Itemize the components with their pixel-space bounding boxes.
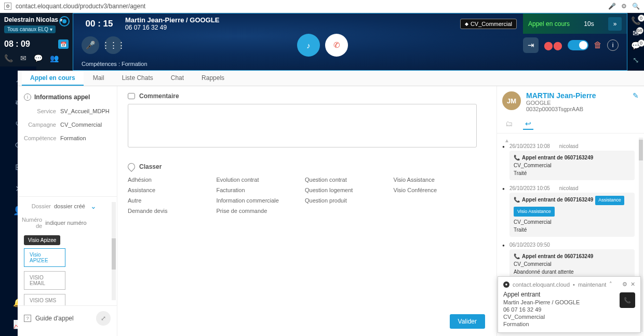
- tab-liste-chats[interactable]: Liste Chats: [114, 71, 162, 86]
- info-icon: i: [24, 93, 31, 101]
- toast-skill: Formation: [503, 321, 635, 327]
- browser-url-bar: ⚙ contact.eloquant.cloud/productv3/banne…: [0, 0, 644, 13]
- tab-rappels[interactable]: Rappels: [193, 71, 233, 86]
- contact-avatar: JM: [502, 91, 521, 110]
- hold-music-button[interactable]: ♪: [297, 34, 320, 57]
- contact-subtab-card[interactable]: 🗂: [503, 118, 515, 130]
- category-item[interactable]: Assistance: [128, 187, 211, 193]
- numero-input[interactable]: [45, 220, 117, 226]
- category-item[interactable]: Visio Assistance: [394, 177, 477, 183]
- guide-appel-row[interactable]: ? Guide d'appel ⤢: [18, 305, 117, 331]
- delete-recording-button[interactable]: 🗑: [594, 41, 602, 50]
- right-notification-rail: 📞0 ✉98 💬0 ⤡: [627, 13, 644, 71]
- visio-apizee-button[interactable]: Visio APIZEE: [24, 248, 65, 267]
- call-timer: 00 : 15: [73, 19, 125, 29]
- chat-channel-icon[interactable]: 💬0: [631, 41, 641, 50]
- comment-title: Commentaire: [139, 92, 179, 100]
- channels-pill[interactable]: Tous canaux ELQ: [4, 25, 56, 33]
- agent-user-block[interactable]: Delestrain Nicolas Tous canaux ELQ: [0, 13, 73, 36]
- banner-footer-skills: Compétences : Formation: [73, 59, 627, 70]
- comment-icon: [128, 93, 135, 99]
- classer-title: Classer: [139, 163, 162, 170]
- caller-name: Martin Jean-Pierre / GOOGLE: [125, 16, 219, 24]
- tab-chat[interactable]: Chat: [163, 71, 192, 86]
- contact-subtab-history[interactable]: ↩: [523, 118, 533, 130]
- category-item[interactable]: Adhésion: [128, 177, 211, 183]
- mail-status-icon[interactable]: ✉: [20, 54, 26, 62]
- info-competence-value: Formation: [60, 135, 86, 141]
- incoming-call-icon: 📞: [514, 253, 520, 259]
- contact-ref: 0032p00003TsgprAAB: [526, 106, 627, 112]
- category-item[interactable]: Demande devis: [128, 208, 211, 214]
- expand-icon[interactable]: ⤢: [96, 311, 111, 326]
- dossier-select[interactable]: dossier créé: [54, 202, 97, 210]
- extensions-icon[interactable]: ⚙: [621, 3, 627, 10]
- category-item[interactable]: Autre: [128, 197, 211, 204]
- site-settings-icon[interactable]: ⚙: [4, 3, 11, 10]
- dossier-scrollbar[interactable]: [112, 202, 116, 300]
- info-button[interactable]: i: [607, 39, 619, 51]
- question-icon: ?: [24, 315, 31, 322]
- category-item[interactable]: Facturation: [217, 187, 300, 193]
- timeline-item[interactable]: 26/10/2023 10:08nicolasd 📞Appel entrant …: [502, 143, 642, 180]
- tab-mail[interactable]: Mail: [85, 71, 113, 86]
- comment-textarea[interactable]: [128, 104, 477, 147]
- valider-button[interactable]: Valider: [450, 314, 485, 329]
- category-item[interactable]: Prise de commande: [217, 208, 300, 214]
- visio-tooltip: Visio Apizee: [24, 235, 60, 245]
- timeline-item[interactable]: 26/10/2023 10:05nicolasd 📞Appel entrant …: [502, 185, 642, 237]
- campaign-tag[interactable]: CV_Commercial: [460, 19, 517, 29]
- toast-origin: contact.eloquant.cloud: [513, 281, 570, 288]
- category-item[interactable]: Question produit: [305, 197, 388, 204]
- edit-contact-icon[interactable]: ✎: [633, 91, 639, 112]
- answer-call-button[interactable]: 📞: [620, 292, 635, 308]
- mail-channel-icon[interactable]: ✉98: [633, 29, 639, 38]
- phone-channel-icon[interactable]: 📞0: [631, 16, 641, 25]
- calendar-icon[interactable]: 📅: [58, 39, 69, 49]
- info-appel-header: i Informations appel: [18, 91, 117, 106]
- call-status-slot: Appel en cours 10s »: [523, 14, 627, 34]
- incoming-call-icon: 📞: [514, 155, 520, 160]
- hangup-button[interactable]: ✆: [325, 34, 348, 57]
- dialpad-button[interactable]: ⋮⋮⋮: [104, 36, 122, 54]
- collapse-icon[interactable]: ⤡: [633, 56, 639, 65]
- zoom-icon[interactable]: 🔍: [632, 3, 640, 10]
- call-banner: 00 : 15 Martin Jean-Pierre / GOOGLE 06 0…: [73, 13, 627, 71]
- toast-settings-icon[interactable]: ⚙: [622, 281, 627, 288]
- caller-number: 06 07 16 32 49: [125, 24, 219, 31]
- call-status-time: 10s: [584, 20, 594, 28]
- contact-company: GOOGLE: [526, 100, 627, 106]
- timeline-item[interactable]: 06/10/2023 09:50 📞Appel entrant de 06071…: [502, 242, 642, 279]
- clock-display: 08 : 09 📅: [0, 36, 73, 52]
- transfer-button[interactable]: ⇥: [523, 37, 539, 53]
- toast-title: Appel entrant: [503, 291, 635, 298]
- category-item[interactable]: Evolution contrat: [217, 177, 300, 183]
- tab-appel-en-cours[interactable]: Appel en cours: [22, 71, 84, 86]
- category-item[interactable]: Visio Conférence: [394, 187, 477, 193]
- visio-email-button[interactable]: VISIO EMAIL: [24, 271, 65, 290]
- toast-close-icon[interactable]: ✕: [630, 281, 635, 288]
- toast-when: maintenant: [578, 281, 606, 288]
- incoming-call-icon: 📞: [514, 197, 520, 203]
- mute-button[interactable]: 🎤: [82, 36, 99, 54]
- record-indicator-icon: ⬤⬤: [544, 41, 562, 50]
- url-text: contact.eloquant.cloud/productv3/banner/…: [16, 3, 145, 10]
- group-status-icon[interactable]: 👥: [50, 54, 59, 62]
- call-status-label: Appel en cours: [528, 20, 570, 28]
- chat-status-icon[interactable]: 💬: [34, 54, 43, 62]
- category-item[interactable]: Question logement: [305, 187, 388, 193]
- info-campagne-value: CV_Commercial: [60, 122, 102, 128]
- record-toggle[interactable]: [568, 40, 588, 50]
- chevron-up-icon[interactable]: ˄: [609, 281, 612, 288]
- contact-name[interactable]: MARTIN Jean-Pierre: [526, 91, 627, 100]
- category-grid: Adhésion Evolution contrat Question cont…: [128, 177, 477, 214]
- category-item[interactable]: Information commerciale: [217, 197, 300, 204]
- toast-origin-icon: ●: [503, 281, 509, 288]
- mic-icon[interactable]: 🎤: [608, 3, 616, 10]
- phone-status-icon[interactable]: 📞: [4, 54, 13, 62]
- skip-button[interactable]: »: [608, 17, 622, 31]
- category-item[interactable]: Question contrat: [305, 177, 388, 183]
- tag-icon: [126, 162, 137, 172]
- agent-status-icon[interactable]: [59, 16, 70, 26]
- visio-sms-button[interactable]: VISIO SMS: [24, 294, 65, 305]
